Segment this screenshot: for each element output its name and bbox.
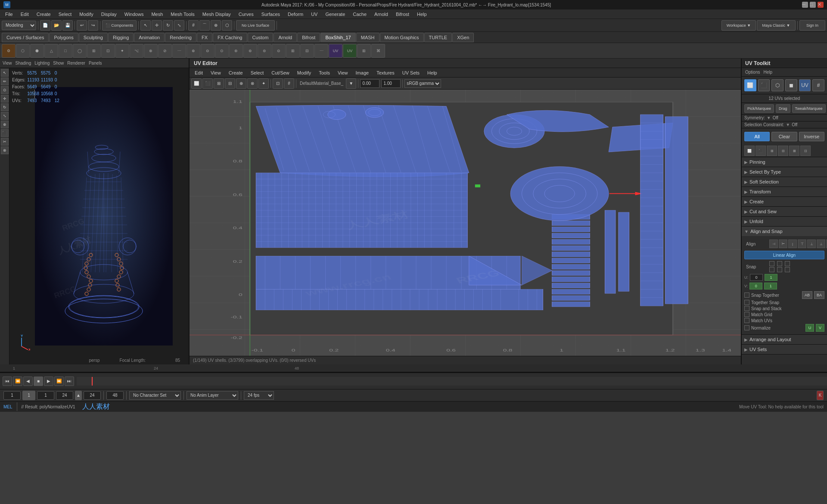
shelf-icon-14[interactable]: ⊕ bbox=[187, 44, 200, 58]
menu-item-modify[interactable]: Modify bbox=[76, 11, 96, 18]
move-btn[interactable]: ✛ bbox=[152, 20, 162, 31]
linear-align-button[interactable]: Linear Align bbox=[744, 251, 824, 259]
uv-tb-snap[interactable]: ✦ bbox=[258, 78, 269, 89]
align-and-snap-header[interactable]: ▼ Align and Snap bbox=[742, 227, 827, 236]
uv-canvas[interactable]: 人人素材 RRCG www.rrcg.cn 1.1 1 0.8 0.6 0.4 … bbox=[190, 90, 741, 356]
close-button[interactable]: ✕ bbox=[818, 2, 824, 8]
fps-dropdown[interactable]: 24 fps bbox=[244, 391, 274, 400]
timeline-stop-btn[interactable]: ■ bbox=[34, 376, 43, 386]
pinning-header[interactable]: ▶ Pinning bbox=[742, 157, 827, 167]
range-end2-input[interactable] bbox=[106, 391, 124, 400]
live-surface-btn[interactable]: No Live Surface bbox=[236, 20, 275, 31]
current-frame-input[interactable] bbox=[37, 391, 54, 400]
snap-cb-1[interactable] bbox=[769, 261, 774, 266]
menu-item-file[interactable]: File bbox=[2, 11, 16, 18]
clear-button[interactable]: Clear bbox=[771, 132, 797, 141]
scale-btn[interactable]: ⤡ bbox=[174, 20, 184, 31]
shelf-tab-6[interactable]: FX bbox=[197, 33, 212, 42]
layout-icon-3[interactable]: ⊞ bbox=[767, 146, 777, 156]
uvt-vert-icon[interactable]: ⬛ bbox=[758, 79, 770, 91]
menu-item-edit[interactable]: Edit bbox=[17, 11, 32, 18]
shelf-icon-19[interactable]: ⊜ bbox=[258, 44, 271, 58]
u-val1-input[interactable] bbox=[750, 274, 763, 281]
uv-gamma-select[interactable]: sRGB gamma bbox=[404, 79, 441, 88]
shelf-tab-12[interactable]: MASH bbox=[356, 33, 379, 42]
shelf-icon-13[interactable]: ⋯ bbox=[172, 44, 186, 58]
snap-curve-btn[interactable]: ⌒ bbox=[199, 20, 210, 31]
uvt-face-icon[interactable]: ◼ bbox=[785, 79, 797, 91]
menu-item-display[interactable]: Display bbox=[98, 11, 120, 18]
redo-btn[interactable]: ↪ bbox=[88, 20, 98, 31]
uv-tb-btn6[interactable]: ⊗ bbox=[247, 78, 258, 89]
normalize-u-button[interactable]: U bbox=[805, 324, 814, 332]
timeline-prev-frame-btn[interactable]: ⏪ bbox=[13, 376, 22, 386]
snap-cb-5[interactable] bbox=[777, 267, 782, 272]
menu-item-curves[interactable]: Curves bbox=[235, 11, 257, 18]
menu-item-bifrost[interactable]: Bifrost bbox=[392, 11, 413, 18]
anim-layer-dropdown[interactable]: No Anim Layer bbox=[187, 391, 238, 400]
uvt-help-label[interactable]: Help bbox=[763, 70, 772, 75]
undo-btn[interactable]: ↩ bbox=[77, 20, 87, 31]
menu-item-mesh[interactable]: Mesh bbox=[148, 11, 166, 18]
transform-header[interactable]: ▶ Transform bbox=[742, 187, 827, 196]
uv-menu-view2[interactable]: View bbox=[334, 69, 351, 76]
align-top-icon[interactable]: ⊤ bbox=[798, 240, 806, 248]
shelf-tab-7[interactable]: FX Caching bbox=[213, 33, 247, 42]
align-center-h-icon[interactable]: ⊢ bbox=[779, 240, 787, 248]
multi-cut-btn[interactable]: ✂ bbox=[1, 138, 9, 146]
auto-key-btn[interactable]: K bbox=[817, 391, 824, 400]
components-btn[interactable]: ⬛ Components bbox=[102, 20, 137, 31]
uv-menu-textures[interactable]: Textures bbox=[373, 69, 398, 76]
uvt-edge-icon[interactable]: ⬡ bbox=[771, 79, 783, 91]
menu-item-deform[interactable]: Deform bbox=[284, 11, 307, 18]
viewport-3d[interactable]: ↖ ✏ ⊙ ✛ ↻ ⤡ ⊕ ⬛ ✂ ⊗ View Shading Lightin… bbox=[0, 59, 190, 364]
move-tool-btn[interactable]: ✛ bbox=[1, 95, 9, 103]
vp-menu-panels[interactable]: Panels bbox=[89, 61, 102, 65]
snap-surface-btn[interactable]: ⬡ bbox=[222, 20, 232, 31]
target-weld-btn[interactable]: ⊗ bbox=[1, 146, 9, 154]
uv-sets-header[interactable]: ▶ UV Sets bbox=[742, 345, 827, 354]
timeline-end-btn[interactable]: ⏭ bbox=[65, 376, 74, 386]
select-tool-btn[interactable]: ↖ bbox=[1, 69, 9, 77]
uv-menu-tools[interactable]: Tools bbox=[315, 69, 333, 76]
shelf-tab-13[interactable]: Motion Graphics bbox=[380, 33, 424, 42]
uv-tb-btn5[interactable]: ⊕ bbox=[236, 78, 246, 89]
shelf-tab-0[interactable]: Curves / Surfaces bbox=[2, 33, 49, 42]
uv-tb-checker[interactable]: # bbox=[284, 78, 294, 89]
shelf-icon-18[interactable]: ⊚ bbox=[243, 44, 257, 58]
shelf-icon-20[interactable]: ⊝ bbox=[272, 44, 286, 58]
timeline-start-btn[interactable]: ⏮ bbox=[3, 376, 12, 386]
snap-point-btn[interactable]: ⊕ bbox=[211, 20, 221, 31]
drag-btn[interactable]: Drag bbox=[776, 104, 790, 113]
end-frame-input[interactable] bbox=[56, 391, 73, 400]
snap-cb-4[interactable] bbox=[769, 267, 774, 272]
uv-menu-edit[interactable]: Edit bbox=[191, 69, 206, 76]
menu-item-mesh-tools[interactable]: Mesh Tools bbox=[167, 11, 198, 18]
menu-item-arnold[interactable]: Arnold bbox=[371, 11, 392, 18]
extrude-btn[interactable]: ⬛ bbox=[1, 129, 9, 137]
workspace-dropdown[interactable]: Workspace ▼ bbox=[721, 20, 756, 31]
tweak-marquee-btn[interactable]: Tweak/Marquee bbox=[792, 104, 826, 113]
uv-tb-mat-btn[interactable]: ▼ bbox=[346, 78, 356, 89]
menu-item-cache[interactable]: Cache bbox=[349, 11, 370, 18]
soft-selection-header[interactable]: ▶ Soft Selection bbox=[742, 177, 827, 187]
arrange-layout-header[interactable]: ▶ Arrange and Layout bbox=[742, 335, 827, 344]
start-frame-input[interactable] bbox=[3, 391, 21, 400]
uv-tb-btn1[interactable]: ⬜ bbox=[191, 78, 202, 89]
shelf-tab-8[interactable]: Custom bbox=[248, 33, 274, 42]
shelf-icon-1[interactable]: ⚙ bbox=[2, 44, 16, 58]
match-uvs-checkbox[interactable] bbox=[744, 318, 749, 323]
shelf-icon-9[interactable]: ✦ bbox=[115, 44, 129, 58]
v-val2-input[interactable] bbox=[764, 283, 777, 289]
select-btn[interactable]: ↖ bbox=[140, 20, 151, 31]
cut-and-sew-header[interactable]: ▶ Cut and Sew bbox=[742, 207, 827, 216]
shelf-icon-21[interactable]: ⊞ bbox=[286, 44, 300, 58]
snap-cb-6[interactable] bbox=[785, 267, 790, 272]
rotate-btn[interactable]: ↻ bbox=[163, 20, 173, 31]
shelf-icon-27[interactable]: ⌘ bbox=[371, 44, 385, 58]
uvt-pick-marquee-icon[interactable]: ⬜ bbox=[744, 79, 756, 91]
snap-cb-3[interactable] bbox=[785, 261, 790, 266]
align-bottom-icon[interactable]: ⊥ bbox=[817, 240, 825, 248]
layout-dropdown[interactable]: Maya Classic ▼ bbox=[757, 20, 796, 31]
shelf-icon-5[interactable]: □ bbox=[59, 44, 72, 58]
